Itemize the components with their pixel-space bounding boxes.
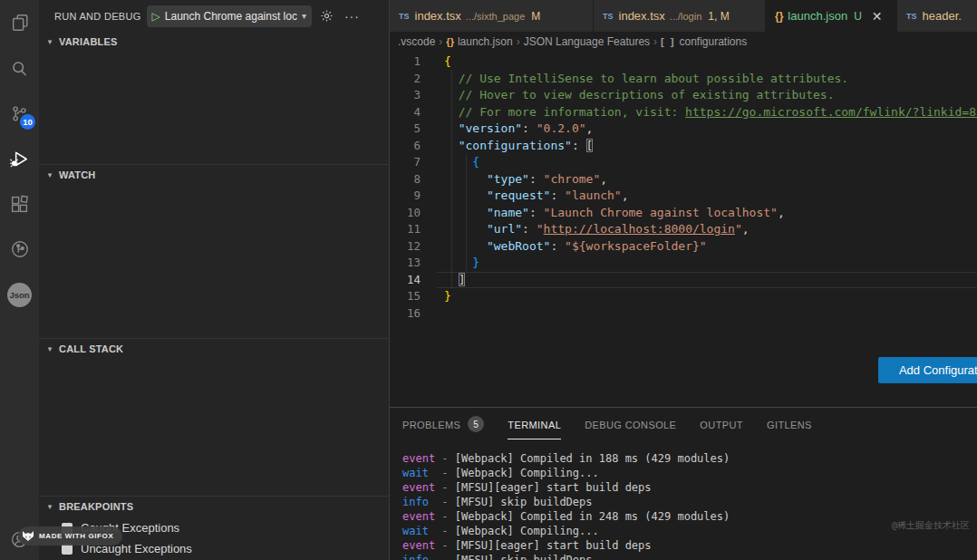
terminal-line: event - [MFSU][eager] start build deps	[402, 480, 977, 495]
line-number: 15	[390, 288, 421, 305]
breadcrumb-item[interactable]: JSON Language Features	[524, 35, 650, 48]
breadcrumb-separator: ›	[438, 35, 443, 48]
problems-count-badge: 5	[468, 416, 484, 432]
bottom-panel: PROBLEMS5TERMINALDEBUG CONSOLEOUTPUTGITL…	[390, 407, 977, 560]
tab-index-tsx[interactable]: TSindex.tsx.../login1, M	[594, 0, 766, 32]
terminal-line: event - [Webpack] Compiled in 248 ms (42…	[402, 509, 977, 524]
debug-config-name: Launch Chrome against loc	[165, 10, 297, 23]
section-header-watch[interactable]: ▾WATCH	[39, 165, 389, 183]
activity-item-source-control[interactable]: 10	[0, 91, 39, 136]
line-number: 14	[390, 272, 421, 289]
json-icon: Json	[7, 283, 32, 307]
panel-tab-bar: PROBLEMS5TERMINALDEBUG CONSOLEOUTPUTGITL…	[390, 408, 977, 440]
terminal-line: wait - [Webpack] Compiling...	[402, 524, 977, 538]
terminal-line: wait - [Webpack] Compiling...	[402, 466, 977, 480]
gear-icon[interactable]	[320, 9, 334, 23]
chevron-down-icon: ▾	[302, 11, 306, 21]
gifox-watermark: MADE WITH GIFOX	[18, 526, 122, 546]
typescript-file-icon: TS	[603, 12, 614, 21]
chevron-down-icon: ▾	[44, 170, 55, 179]
code-line: 8 "type": "chrome",	[390, 171, 977, 188]
activity-item-run-and-debug[interactable]	[0, 136, 39, 181]
terminal-line: info - [MFSU] skip buildDeps	[402, 495, 977, 509]
chevron-down-icon: ▾	[44, 344, 55, 353]
play-icon[interactable]: ▷	[152, 11, 160, 22]
indent-guide	[466, 154, 467, 272]
tab-description: .../sixth_page	[466, 11, 525, 22]
add-configuration-button[interactable]: Add Configuration	[878, 357, 977, 383]
line-number: 3	[390, 87, 421, 104]
breadcrumb-item[interactable]: .vscode	[398, 35, 435, 48]
line-number: 7	[390, 154, 421, 171]
panel-tab-terminal[interactable]: TERMINAL	[508, 408, 561, 440]
close-icon[interactable]: ✕	[872, 9, 883, 24]
breadcrumb-item[interactable]: {}launch.json	[446, 35, 512, 48]
sidebar-header: RUN AND DEBUG ▷ Launch Chrome against lo…	[39, 0, 389, 32]
tab-label: index.tsx	[415, 9, 461, 23]
code-line: 7 {	[390, 154, 977, 171]
activity-item-search[interactable]	[0, 45, 39, 91]
brackets-icon: [ ]	[661, 36, 675, 47]
section-watch: ▾WATCH	[39, 164, 389, 338]
line-number: 4	[390, 104, 421, 121]
debug-config-dropdown[interactable]: ▷ Launch Chrome against loc ▾	[147, 5, 312, 27]
typescript-file-icon: TS	[399, 12, 410, 21]
activity-item-explorer[interactable]	[0, 0, 39, 45]
terminal-output[interactable]: event - [Webpack] Compiled in 188 ms (42…	[390, 440, 977, 560]
panel-tab-output[interactable]: OUTPUT	[700, 408, 743, 440]
files-icon	[10, 13, 30, 33]
typescript-file-icon: TS	[906, 12, 917, 21]
code-line: 13 }	[390, 255, 977, 272]
juejin-watermark: @稀土掘金技术社区	[892, 519, 970, 532]
braces-icon: {}	[446, 36, 454, 47]
section-header-breakpoints[interactable]: ▾BREAKPOINTS	[39, 497, 389, 515]
more-actions-icon[interactable]: ···	[344, 9, 360, 24]
line-number: 13	[390, 255, 421, 272]
panel-tab-debug-console[interactable]: DEBUG CONSOLE	[585, 408, 676, 440]
panel-tab-problems[interactable]: PROBLEMS5	[402, 408, 484, 440]
code-line: 1{	[390, 53, 977, 71]
editor-tab-bar: TSindex.tsx.../sixth_pageMTSindex.tsx...…	[390, 0, 977, 32]
breadcrumb-separator: ›	[653, 35, 658, 48]
tab-label: header.	[923, 9, 962, 23]
breadcrumb-item[interactable]: [ ]configurations	[661, 35, 747, 48]
line-number: 5	[390, 121, 421, 138]
activity-item-json[interactable]: Json	[0, 272, 39, 317]
git-graph-icon	[10, 239, 30, 259]
code-line: 14 ]	[390, 272, 977, 289]
tab-launch-json[interactable]: {}launch.jsonU✕	[766, 0, 897, 32]
code-line: 15}	[390, 288, 977, 305]
activity-item-git-graph[interactable]	[0, 227, 39, 272]
tab-description: .../login	[670, 11, 701, 22]
tab-header[interactable]: TSheader.	[897, 0, 977, 32]
chevron-down-icon: ▾	[44, 37, 55, 46]
code-editor[interactable]: 1{2 // Use IntelliSense to learn about p…	[390, 52, 977, 407]
code-line: 3 // Hover to view descriptions of exist…	[390, 87, 977, 104]
line-number: 8	[390, 171, 421, 188]
tab-git-badge: 1, M	[708, 10, 729, 23]
tab-index-tsx[interactable]: TSindex.tsx.../sixth_pageM	[390, 0, 594, 32]
extensions-icon	[10, 195, 29, 214]
run-and-debug-sidebar: RUN AND DEBUG ▷ Launch Chrome against lo…	[39, 0, 390, 560]
code-line: 9 "request": "launch",	[390, 188, 977, 205]
breadcrumb-separator: ›	[516, 35, 521, 48]
indent-guide	[451, 70, 452, 288]
source-control-badge: 10	[20, 114, 35, 130]
section-variables: ▾VARIABLES	[39, 32, 389, 164]
terminal-line: event - [Webpack] Compiled in 188 ms (42…	[402, 451, 977, 466]
activity-item-extensions[interactable]	[0, 181, 39, 227]
section-header-call-stack[interactable]: ▾CALL STACK	[39, 339, 389, 357]
section-header-variables[interactable]: ▾VARIABLES	[39, 32, 389, 50]
panel-tab-gitlens[interactable]: GITLENS	[767, 408, 812, 440]
code-line: 6 "configurations": [	[390, 138, 977, 155]
terminal-line: event - [MFSU][eager] start build deps	[402, 538, 977, 553]
vscode-window: 10Json RUN AND DEBUG ▷ Launch Chrome aga…	[0, 0, 977, 560]
code-line: 11 "url": "http://localhost:8000/login",	[390, 221, 977, 238]
tab-git-badge: U	[854, 10, 862, 23]
fox-logo-icon	[22, 530, 34, 542]
editor-group: TSindex.tsx.../sixth_pageMTSindex.tsx...…	[390, 0, 977, 560]
run-debug-icon	[9, 149, 30, 169]
line-number: 2	[390, 71, 421, 88]
terminal-line: info - [MFSU] skip buildDeps	[402, 553, 977, 560]
tab-label: index.tsx	[619, 9, 665, 23]
